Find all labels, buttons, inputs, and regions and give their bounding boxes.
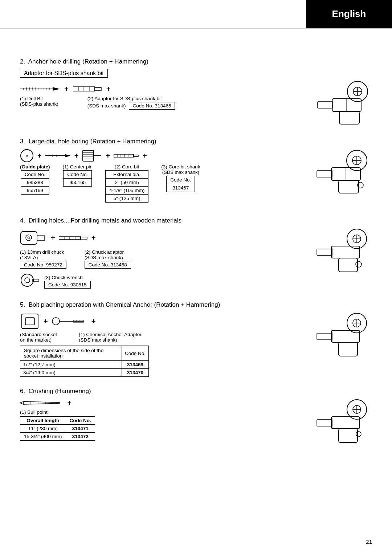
chuck-wrench-row: (3) Chuck wrench Code No. 930515 [20, 273, 307, 291]
svg-rect-13 [95, 87, 101, 90]
label-drill-chuck: (1) 13mm drill chuck (13VLA) Code No. 95… [20, 249, 66, 269]
svg-rect-70 [339, 258, 358, 272]
section-4: 4. Drilling holes....For drilling metals… [20, 217, 372, 291]
svg-rect-77 [25, 318, 34, 325]
s5-col1-header: Square dimensions of the side of the soc… [20, 346, 122, 361]
drill-bit-icon [20, 83, 60, 94]
chuck-adaptor-icon [59, 234, 88, 242]
section-4-diagram-row: + + (1) 13mm drill chuck (13VLA) [20, 228, 372, 291]
core-bit-shank-table: Code No. 313467 [166, 176, 195, 192]
label-chemical-anchor: (1) Chemical Anchor Adaptor (SDS max sha… [79, 332, 142, 343]
section-3-illus: c + + [20, 149, 307, 163]
s5-col2-header: Code No. [122, 346, 149, 361]
hammer-drill-tool-6 [311, 399, 368, 453]
s5-row2-dim: 3/4" (19.0 mm) [20, 369, 122, 377]
section-2-subtitle: Adaptor for SDS-plus shank bit [20, 69, 108, 78]
section-4-heading: 4. Drilling holes....For drilling metals… [20, 217, 372, 224]
section-4-illus: + + [20, 228, 307, 248]
section-4-labels: (1) 13mm drill chuck (13VLA) Code No. 95… [20, 249, 307, 269]
s3-guide-plate-col: (Guide plate) Code No. 985388 955169 [20, 164, 50, 195]
svg-rect-47 [317, 171, 332, 177]
section-2-illus: + + [20, 83, 307, 94]
svg-marker-91 [20, 401, 60, 404]
svg-rect-60 [81, 237, 87, 239]
section-2: 2. Anchor hole drilling (Rotation + Hamm… [20, 58, 372, 128]
section-5-diagram-row: + + (Standard socket on the market) [20, 312, 372, 378]
code-313465: Code No. 313465 [129, 102, 175, 110]
section-6-illus: + [20, 399, 307, 407]
section-2-tool-image [307, 81, 372, 128]
label-standard-socket: (Standard socket on the market) [20, 332, 57, 343]
s3-core-bit-col: (2) Core bit External dia. 2" (50 mm) 4-… [105, 164, 148, 203]
svg-rect-86 [339, 342, 358, 356]
section-3-diagram-left: c + + [20, 149, 307, 203]
section-6-heading: 6. Crushing (Hammering) [20, 388, 372, 395]
page-language-title: English [332, 8, 366, 20]
svg-marker-29 [65, 154, 71, 157]
adaptor-sds-plus-icon [73, 84, 102, 94]
svg-point-58 [28, 237, 30, 239]
s6-row1-code: 313471 [66, 425, 95, 433]
svg-rect-84 [331, 330, 360, 342]
svg-marker-1 [53, 87, 60, 91]
svg-point-57 [26, 235, 32, 241]
s5-row1-code: 313469 [122, 361, 149, 369]
svg-rect-99 [317, 420, 332, 426]
section-3: 3. Large-dia. hole boring (Rotation + Ha… [20, 138, 372, 207]
guide-plate-icon: c [20, 149, 34, 163]
center-pin-icon [45, 151, 71, 160]
s5-row1-dim: 1/2" (12.7 mm) [20, 361, 122, 369]
header-bar: English [306, 0, 392, 28]
svg-rect-69 [317, 249, 332, 256]
svg-rect-20 [339, 111, 359, 124]
section-4-tool-image [307, 228, 372, 282]
section-5-diagram-left: + + (Standard socket on the market) [20, 312, 307, 378]
code-930515: Code No. 930515 [44, 281, 91, 289]
section-5-tool-image [307, 312, 372, 367]
svg-rect-98 [331, 417, 360, 429]
svg-point-75 [356, 261, 362, 267]
core-bit-shank-icon [114, 151, 139, 160]
center-pin-table: Code No. 955165 [63, 170, 92, 187]
svg-rect-40 [134, 155, 138, 156]
standard-socket-icon [20, 312, 40, 330]
header-underline [0, 28, 392, 29]
svg-rect-48 [339, 180, 359, 193]
section-6-table: Overall length Code No. 11" (280 mm) 313… [20, 416, 95, 441]
svg-rect-68 [331, 246, 360, 258]
section-2-diagram-left: + + (1) Drill Bit (SDS-plus shank) [20, 81, 307, 113]
label-drill-bit: (1) Drill Bit (SDS-plus shank) [20, 96, 58, 107]
section-3-labels: (Guide plate) Code No. 985388 955169 (1)… [20, 164, 307, 203]
s6-row2-dim: 15-3/4" (400 mm) [20, 433, 66, 441]
svg-rect-76 [22, 314, 38, 328]
section-6: 6. Crushing (Hammering) + [20, 388, 372, 453]
svg-rect-100 [339, 429, 358, 442]
svg-point-64 [21, 274, 33, 286]
svg-point-78 [52, 318, 60, 325]
section-6-diagram-left: + (1) Bull point Overall length Code No. [20, 399, 307, 441]
code-313468: Code No. 313468 [85, 261, 131, 269]
label-chuck-wrench: (3) Chuck wrench Code No. 930515 [44, 275, 91, 289]
svg-rect-85 [317, 333, 332, 340]
s5-row2-code: 313470 [122, 369, 149, 377]
svg-rect-33 [83, 150, 94, 161]
page-footer: 21 [366, 539, 372, 545]
s6-row1-dim: 11" (280 mm) [20, 425, 66, 433]
drill-chuck-icon [20, 228, 47, 248]
svg-point-105 [356, 432, 361, 437]
page-number: 21 [366, 539, 372, 545]
section-5-heading: 5. Bolt plaching operation with Chemical… [20, 301, 372, 309]
label-chuck-adaptor: (2) Chuck adaptor (SDS max shank) Code N… [85, 249, 131, 269]
section-6-tool-image [307, 399, 372, 453]
svg-rect-56 [37, 235, 44, 241]
section-3-tool-image [307, 149, 372, 207]
s3-center-pin-col: (1) Center pin Code No. 955165 [63, 164, 93, 187]
hammer-drill-tool-3 [311, 149, 368, 207]
chuck-wrench-icon [20, 273, 40, 291]
guide-plate-table: Code No. 985388 955169 [21, 170, 49, 195]
svg-point-65 [25, 278, 30, 283]
s6-col2-header: Code No. [66, 417, 95, 425]
section-3-heading: 3. Large-dia. hole boring (Rotation + Ha… [20, 138, 372, 145]
plus-2: + [106, 85, 111, 93]
section-2-labels: (1) Drill Bit (SDS-plus shank) (2) Adapt… [20, 96, 307, 110]
